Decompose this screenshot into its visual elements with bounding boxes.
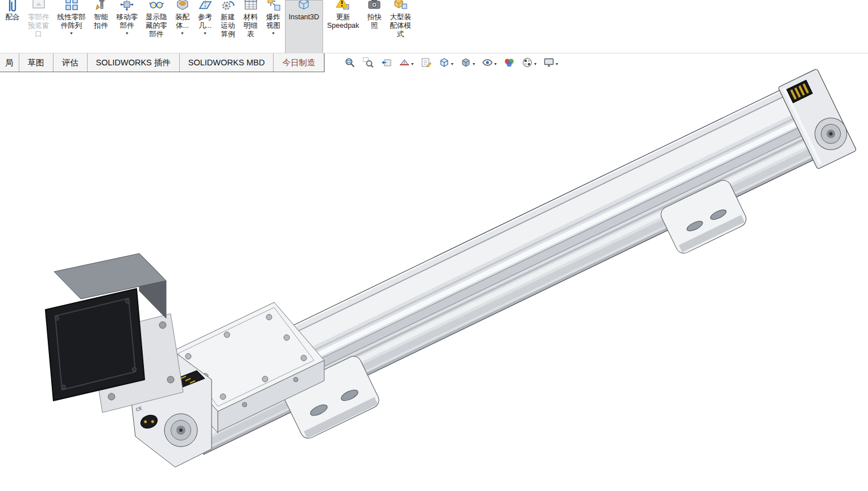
section-view-button[interactable]: ▾	[398, 56, 414, 71]
mate-button[interactable]: 配合	[1, 0, 24, 53]
dropdown-caret-icon: ▾	[494, 61, 497, 66]
toolbar-button-label: 几...	[199, 22, 212, 30]
update-speedpak-button[interactable]: 更新Speedpak	[323, 0, 363, 53]
move-component-icon	[119, 0, 134, 11]
view-orientation-icon	[439, 57, 450, 70]
reference-geometry-icon	[198, 0, 213, 11]
dropdown-caret-icon: ▾	[556, 61, 558, 66]
toolbar-button-label: 更新	[336, 13, 350, 22]
move-component-button[interactable]: 移动零部件▼	[113, 0, 142, 53]
toolbar-button-label: 部件	[120, 22, 134, 30]
large-assembly-button[interactable]: 大型装配体模式	[386, 0, 415, 53]
dropdown-caret-icon: ▾	[451, 61, 453, 66]
dropdown-caret-icon: ▾	[411, 61, 414, 66]
view-orientation-button[interactable]: ▾	[438, 56, 454, 71]
solidworks-window: 配合零部件预览窗口线性零部件阵列▼智能扣件移动零部件▼显示隐藏的零部件装配体..…	[0, 0, 868, 491]
dropdown-caret-icon: ▼	[203, 31, 207, 36]
linear-pattern-icon	[64, 0, 79, 11]
previous-view-icon	[381, 57, 392, 70]
snapshot-icon	[367, 0, 382, 11]
tab-2[interactable]: 草图	[19, 53, 53, 72]
component-preview-button[interactable]: 零部件预览窗口	[24, 0, 53, 53]
instant3d-button[interactable]: Instant3D	[285, 0, 324, 53]
tab-6[interactable]: 今日制造	[274, 53, 324, 72]
toolbar-button-label: 件阵列	[61, 22, 82, 30]
toolbar-button-label: 式	[397, 30, 404, 39]
smart-fasteners-button[interactable]: 智能扣件	[90, 0, 113, 53]
edit-appearance-button[interactable]	[503, 56, 515, 71]
toolbar-button-label: 算例	[221, 30, 235, 39]
zoom-area-icon	[362, 57, 374, 70]
motion-study-icon	[221, 0, 235, 11]
exploded-view-icon	[266, 0, 281, 11]
toolbar-button-label: 藏的零	[146, 22, 167, 30]
toolbar-button-label: 视图	[266, 22, 280, 30]
show-hidden-button[interactable]: 显示隐藏的零部件	[142, 0, 171, 53]
assembly-features-button[interactable]: 装配体...▼	[171, 0, 194, 53]
toolbar-button-label: 配合	[6, 13, 20, 22]
toolbar-button-label: 配体模	[390, 22, 411, 30]
exploded-view-button[interactable]: 爆炸视图▼	[262, 0, 285, 53]
instant3d-icon	[296, 0, 311, 11]
graphics-area[interactable]: CE	[0, 53, 868, 491]
show-hidden-icon	[149, 0, 164, 11]
assembly-features-icon	[175, 0, 190, 11]
tab-1[interactable]: 局	[0, 53, 19, 72]
toolbar-button-label: 线性零部	[57, 13, 86, 22]
dropdown-caret-icon: ▼	[180, 31, 184, 36]
tab-4[interactable]: SOLIDWORKS 插件	[88, 53, 180, 72]
display-style-button[interactable]: ▾	[460, 56, 476, 71]
toolbar-button-label: Instant3D	[289, 13, 320, 22]
bom-button[interactable]: 材料明细表	[239, 0, 262, 53]
zoom-fit-icon	[344, 57, 356, 70]
toolbar-button-label: 体...	[176, 22, 189, 30]
dropdown-caret-icon: ▼	[271, 31, 275, 36]
toolbar-button-label: 零部件	[28, 13, 49, 22]
section-view-icon	[399, 57, 410, 70]
toolbar-button-label: 移动零	[117, 13, 138, 22]
toolbar-button-label: 新建	[221, 13, 235, 22]
tab-5[interactable]: SOLIDWORKS MBD	[180, 53, 274, 72]
view-settings-icon	[543, 57, 555, 70]
zoom-area-button[interactable]	[362, 56, 374, 71]
tab-3[interactable]: 评估	[53, 53, 88, 72]
motion-study-button[interactable]: 新建运动算例	[217, 0, 239, 53]
commandmanager-tabs: 局草图评估SOLIDWORKS 插件SOLIDWORKS MBD今日制造	[0, 53, 325, 72]
toolbar-button-label: Speedpak	[327, 22, 359, 30]
component-preview-icon	[31, 0, 46, 11]
toolbar-button-label: 参考	[198, 13, 212, 22]
linear-actuator-rail	[168, 69, 866, 483]
command-toolbar: 配合零部件预览窗口线性零部件阵列▼智能扣件移动零部件▼显示隐藏的零部件装配体..…	[0, 0, 868, 53]
toolbar-button-label: 显示隐	[146, 13, 167, 22]
dropdown-caret-icon: ▾	[473, 61, 475, 66]
update-speedpak-icon	[336, 0, 350, 11]
bom-icon	[243, 0, 258, 11]
snapshot-button[interactable]: 拍快照	[363, 0, 386, 53]
dropdown-caret-icon: ▾	[534, 61, 536, 66]
previous-view-button[interactable]	[380, 56, 392, 71]
edit-appearance-icon	[503, 57, 515, 70]
toolbar-button-label: 智能	[94, 13, 108, 22]
reference-geometry-button[interactable]: 参考几...▼	[194, 0, 217, 53]
toolbar-button-label: 照	[371, 22, 378, 30]
annotation-view-button[interactable]	[420, 56, 432, 71]
toolbar-button-label: 明细	[243, 22, 258, 30]
display-style-icon	[460, 57, 472, 70]
large-assembly-icon	[393, 0, 408, 11]
mate-icon	[5, 0, 20, 11]
heads-up-view-toolbar: ▾▾▾▾▾▾	[344, 56, 559, 71]
zoom-fit-button[interactable]	[344, 56, 356, 71]
hide-show-items-button[interactable]: ▾	[481, 56, 497, 71]
dropdown-caret-icon: ▼	[125, 31, 129, 36]
toolbar-button-label: 口	[35, 30, 43, 39]
apply-scene-button[interactable]: ▾	[521, 56, 537, 71]
linear-pattern-button[interactable]: 线性零部件阵列▼	[53, 0, 90, 53]
toolbar-button-label: 运动	[221, 22, 235, 30]
hide-show-items-icon	[482, 57, 493, 70]
annotation-view-icon	[420, 57, 432, 70]
apply-scene-icon	[522, 57, 533, 70]
toolbar-button-label: 预览窗	[28, 22, 49, 30]
viewport-3d-model[interactable]: CE	[0, 53, 868, 491]
view-settings-button[interactable]: ▾	[543, 56, 559, 71]
toolbar-button-label: 装配	[175, 13, 189, 22]
